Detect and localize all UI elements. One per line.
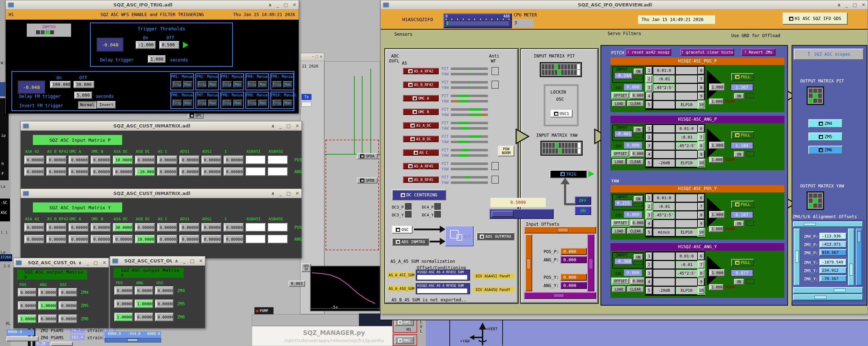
filter-toggle-5[interactable]: 5: [646, 229, 652, 236]
maximize-icon[interactable]: □: [853, 2, 857, 7]
filter-toggle-9[interactable]: 9: [698, 220, 704, 227]
load-button[interactable]: LOAD: [612, 101, 626, 106]
matrix-cell-ANG-9[interactable]: 0.00000: [224, 235, 244, 244]
fm-man-button[interactable]: Man: [183, 100, 193, 106]
filter-toggle-9[interactable]: 9: [698, 92, 704, 100]
matrix-cell-POS-7[interactable]: 0.00000: [179, 223, 199, 232]
gain-entry[interactable]: 1.000: [709, 269, 725, 276]
sensor-button-omc-a[interactable]: OMC A: [403, 95, 439, 101]
filter-toggle-9[interactable]: 9: [698, 151, 704, 158]
minimize-icon[interactable]: _: [279, 191, 282, 196]
qpdb-button[interactable]: QPDB: [357, 177, 378, 184]
matrix-cell-POS-1[interactable]: 0.00000: [46, 223, 66, 232]
filter-toggle-6[interactable]: 6: [698, 252, 704, 260]
offset-entry[interactable]: 0.000: [630, 92, 644, 99]
filter-toggle-9[interactable]: 9: [698, 278, 704, 286]
gain-entry[interactable]: 1.000: [709, 211, 725, 218]
offset-button[interactable]: OFFSET: [612, 92, 629, 99]
tramp-entry[interactable]: 1.000: [709, 226, 723, 232]
zm-bottom-slider[interactable]: [793, 287, 863, 294]
matrix-cell-POS-2[interactable]: 0.00000: [69, 156, 89, 164]
filter-toggle-6[interactable]: 6: [698, 194, 704, 202]
sensor-button-as-a-dc[interactable]: AS_A_DC: [403, 122, 439, 129]
matrix-cell-POS-10[interactable]: [246, 156, 266, 164]
matrix-cell-POS-4[interactable]: 30.0000: [113, 223, 133, 232]
filter-toggle-1[interactable]: 1: [646, 125, 652, 132]
minimize-icon[interactable]: _: [183, 258, 185, 264]
matrix-cell-ANG-8[interactable]: 0.00000: [201, 167, 221, 176]
matrix-cell-ANG-11[interactable]: [268, 235, 288, 244]
close-icon[interactable]: ✕: [199, 258, 203, 264]
fm-man-button[interactable]: Man: [258, 81, 268, 88]
fm-trig-button[interactable]: Trig: [198, 100, 207, 106]
tramp-entry[interactable]: 1.000: [709, 284, 723, 290]
matrix-cell-ANG-10[interactable]: [246, 235, 266, 244]
sensor-button-as-a-rf42[interactable]: AS_A_RF42: [403, 68, 439, 74]
load-button[interactable]: LOAD: [612, 228, 626, 234]
servo-action-button-0[interactable]: ! reset as42 nosqz: [625, 49, 671, 56]
matrix-cell-ANG-11[interactable]: [268, 167, 288, 176]
bottom-slider-fragment[interactable]: [51, 342, 73, 346]
psams-left-field[interactable]: 6000.0: [6, 329, 34, 336]
fm-man-button[interactable]: Man: [208, 100, 218, 106]
matrix-cell-ZM5-2[interactable]: 0.00000: [59, 301, 77, 310]
osc-button[interactable]: OSC: [392, 226, 413, 234]
filter-toggle-8[interactable]: 8: [698, 211, 704, 219]
slider-handle[interactable]: [804, 223, 816, 226]
load-button[interactable]: LOAD: [612, 286, 626, 292]
matrix-cell-POS-5[interactable]: 0.00000: [135, 156, 155, 164]
filter-toggle-1[interactable]: 1: [646, 252, 652, 260]
matrix-cell-POS-7[interactable]: 0.00000: [179, 156, 199, 164]
input-matrix-yaw-widget[interactable]: [540, 141, 583, 156]
matrix-cell-POS-10[interactable]: [246, 223, 266, 232]
output-matrix-pit-widget[interactable]: [807, 86, 824, 105]
close-icon[interactable]: ✕: [295, 123, 299, 129]
filter-toggle-4[interactable]: 4: [646, 278, 652, 286]
matrix-cell-POS-6[interactable]: 0.00000: [157, 156, 177, 164]
offset-button[interactable]: OFFSET: [612, 151, 629, 157]
matrix-cell-ANG-5[interactable]: 10.0000: [135, 235, 155, 244]
matrix-cell-POS-3[interactable]: 0.00000: [91, 223, 111, 232]
qpda-button[interactable]: QPDA: [357, 153, 378, 159]
matrix-cell-ANG-1[interactable]: 0.00000: [46, 235, 66, 244]
trig-titlebar[interactable]: SQZ_ASC_IFO_TRIG.adl ∧_□✕: [6, 0, 299, 10]
offsets-right-slider[interactable]: [587, 234, 594, 291]
matrix-cell-POS-6[interactable]: 0.00000: [157, 223, 177, 232]
matrix-cell-ANG-0[interactable]: 0.00000: [24, 235, 44, 244]
matrix-cell-ZM4-1[interactable]: 0.00000: [38, 288, 57, 297]
output-on-button[interactable]: ON: [734, 279, 744, 285]
full-button[interactable]: FULL: [731, 201, 754, 208]
off-button[interactable]: OFF: [575, 196, 591, 205]
matrix-cell-ZM4-1[interactable]: 0.00000: [135, 286, 153, 295]
pump-indicator[interactable]: PUMP: [254, 307, 274, 315]
filter-toggle-2[interactable]: 2: [646, 75, 652, 83]
on-button[interactable]: ON: [575, 206, 591, 215]
slider-handle[interactable]: [834, 289, 846, 292]
matrix-cell-ZM6-0[interactable]: 1.00000: [18, 315, 36, 323]
inmtrx-box[interactable]: INMTRX: [27, 24, 71, 37]
offset-entry[interactable]: 0.000: [630, 277, 644, 285]
output-on-button[interactable]: ON: [734, 151, 744, 157]
filter-toggle-10[interactable]: 10: [698, 287, 704, 294]
sensor-button-as-c[interactable]: AS C: [403, 149, 439, 156]
zm-bottom-slider-2[interactable]: [793, 294, 863, 300]
minimize-up-icon[interactable]: ∧: [271, 123, 275, 129]
zm-offset-entry-zm6_y[interactable]: -78.167: [819, 275, 847, 282]
inmatrix-p-window[interactable]: SQZ_ASC_CUST_INMATRIX.adl∧_□✕SQZ ASC Inp…: [20, 121, 302, 190]
matrix-cell-ANG-8[interactable]: 0.00000: [201, 235, 221, 244]
sensor-button-as-b-dc[interactable]: AS_B_DC: [403, 136, 439, 142]
titlebar[interactable]: SQZ_ASC_CUST_OUTMAT∧_□✕: [110, 256, 205, 266]
ads-inmtrx-button[interactable]: ADS INMTRX: [392, 238, 429, 246]
full-button[interactable]: FULL: [731, 259, 754, 266]
pow-slider-handle[interactable]: [492, 211, 514, 217]
titlebar[interactable]: SQZ_ASC_CUST_OUTMAT∧_□✕: [14, 258, 109, 267]
fm-trig-button[interactable]: Trig: [223, 81, 232, 88]
fm-man-button[interactable]: Man: [283, 81, 293, 88]
matrix-cell-ZM6-2[interactable]: 0.00000: [59, 315, 77, 323]
filter-toggle-5[interactable]: 5: [646, 159, 652, 167]
filter-toggle-10[interactable]: 10: [698, 101, 704, 109]
input-on-button[interactable]: ON: [634, 69, 643, 74]
slider-handle[interactable]: [527, 259, 531, 269]
gain-entry[interactable]: 1.000: [709, 142, 725, 149]
filter-toggle-2[interactable]: 2: [646, 261, 652, 269]
